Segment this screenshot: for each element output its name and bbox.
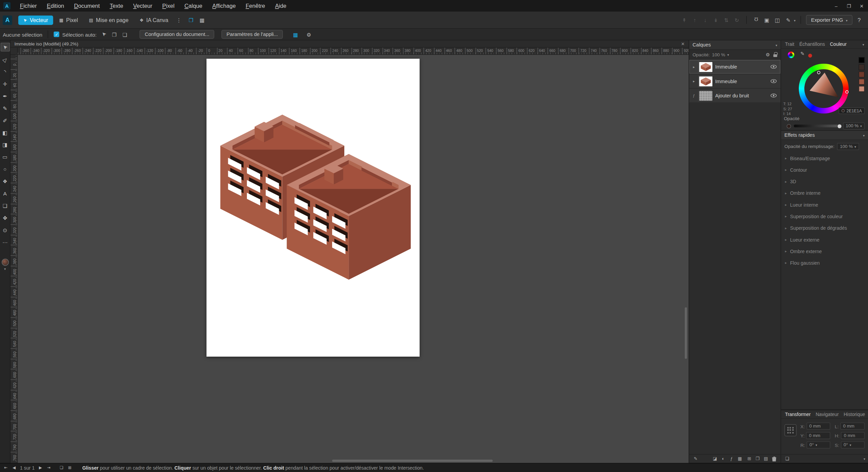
persona-ia-canva[interactable]: ❖IA Canva	[135, 15, 173, 25]
live-filter-icon[interactable]: ƒ	[728, 455, 735, 462]
color-swatch[interactable]	[859, 79, 865, 85]
artboard[interactable]	[207, 59, 420, 357]
layer-row[interactable]: ƒAjouter du bruit	[689, 89, 780, 103]
expand-chevron-icon[interactable]: ▸	[785, 237, 787, 242]
tab-trait[interactable]: Trait	[785, 41, 794, 47]
persona-vecteur[interactable]: ➤Vecteur	[18, 15, 53, 25]
vertical-scrollbar[interactable]	[685, 307, 687, 359]
blend-gear-icon[interactable]: ⚙	[765, 51, 771, 58]
color-swatch[interactable]	[859, 64, 865, 70]
vector-brush-tool[interactable]: ✐	[0, 116, 10, 125]
pages-panel-icon[interactable]: ❏	[58, 464, 65, 471]
next-page-icon[interactable]: ▶	[37, 464, 44, 471]
resources-icon[interactable]: ▦	[198, 16, 207, 24]
tab-echantillons[interactable]: Échantillons	[799, 41, 825, 47]
effects-panel-header[interactable]: Effets rapides ▾	[781, 131, 868, 140]
menu-fichier[interactable]: Fichier	[15, 0, 42, 12]
visibility-toggle-eye-icon[interactable]	[771, 94, 777, 97]
vertical-ruler[interactable]: 0204060801001201401601802002202402602803…	[11, 55, 18, 463]
add-layer-icon[interactable]: ⊞	[746, 455, 753, 462]
field-input[interactable]: 0 mm	[806, 432, 830, 439]
delete-layer-icon[interactable]	[771, 455, 778, 462]
adjustment-layer-icon[interactable]: ◐	[720, 455, 727, 462]
layers-panel-header[interactable]: Calques ▾	[689, 40, 780, 50]
effect-row[interactable]: ▸Lueur interne	[781, 199, 868, 210]
stylus-toggle[interactable]: ✎ ▾	[784, 16, 795, 24]
horizontal-ruler[interactable]: -360-340-320-300-280-260-240-220-200-180…	[18, 48, 689, 54]
hue-ring-marker[interactable]	[845, 90, 849, 94]
effect-row[interactable]: ▸Flou gaussien	[781, 257, 868, 268]
persona-pixel[interactable]: ▦Pixel	[54, 15, 83, 25]
color-opacity-value[interactable]: 100 %▾	[843, 122, 865, 130]
point-transform-tool[interactable]: ✛	[0, 79, 10, 88]
close-icon[interactable]: ✕	[855, 0, 868, 12]
isometric-buildings-artwork[interactable]	[207, 59, 420, 357]
color-wheel-mode-icon[interactable]	[788, 52, 794, 58]
document-tab[interactable]: Immeuble iso [Modifié] (49.2%)	[14, 41, 78, 46]
rectangle-tool[interactable]: ▭	[0, 152, 10, 161]
effect-row[interactable]: ▸3D	[781, 175, 868, 187]
settings-gear-icon[interactable]: ⚙	[304, 30, 313, 39]
auto-select-checkbox[interactable]: ✓	[54, 32, 59, 37]
visibility-toggle-eye-icon[interactable]	[771, 79, 777, 83]
fill-tool[interactable]: ◧	[0, 128, 10, 137]
first-page-icon[interactable]: ⇤	[2, 464, 9, 471]
layers-opacity-value[interactable]: 100 %	[712, 52, 725, 57]
cursor-icon[interactable]: ➤	[97, 28, 110, 41]
tab-transformer[interactable]: Transformer	[785, 412, 811, 417]
duplicate-icon[interactable]: ❐	[110, 30, 119, 39]
lock-icon[interactable]	[773, 54, 777, 57]
grid-icon[interactable]: ▦	[291, 30, 300, 39]
maximize-icon[interactable]: ❐	[843, 0, 855, 12]
pencil-tool[interactable]: ✎	[0, 103, 10, 112]
close-document-icon[interactable]: ✕	[681, 41, 685, 46]
expand-chevron-icon[interactable]: ▸	[785, 249, 787, 253]
menu-aide[interactable]: Aide	[270, 0, 291, 12]
field-input[interactable]: 0 mm	[807, 422, 830, 430]
fill-layer-icon[interactable]: ▦	[736, 455, 744, 462]
more-tools-icon[interactable]: ⋯	[0, 238, 10, 246]
layers-empty-area[interactable]	[689, 103, 780, 454]
zoom-tool[interactable]: ⊙	[0, 225, 10, 234]
triangle-marker[interactable]	[817, 71, 821, 74]
effect-row[interactable]: ▸Superposition de dégradés	[781, 222, 868, 233]
flip-icon[interactable]: ⇅	[722, 16, 731, 24]
effect-row[interactable]: ▸Lueur externe	[781, 234, 868, 245]
mask-layer-icon[interactable]: ◪	[711, 455, 718, 462]
visibility-toggle-eye-icon[interactable]	[771, 65, 777, 69]
panel-menu-icon[interactable]: ▾	[775, 43, 777, 46]
recent-color-dot[interactable]	[808, 54, 812, 57]
opacity-slider-knob[interactable]	[837, 124, 842, 129]
blend-options-icon[interactable]: ▤	[762, 455, 769, 462]
hex-field[interactable]: 2E1E1A	[839, 108, 865, 114]
menu-document[interactable]: Document	[69, 0, 105, 12]
tab-navigateur[interactable]: Navigateur	[816, 412, 839, 417]
persona-mise-en-page[interactable]: ▤Mise en page	[84, 15, 134, 25]
menu-texte[interactable]: Texte	[105, 0, 128, 12]
corner-tool[interactable]: ◝	[0, 67, 10, 76]
move-forward-icon[interactable]: ↑	[690, 16, 699, 24]
help-button[interactable]: ?	[855, 16, 864, 24]
field-input[interactable]: 0 mm	[841, 432, 865, 439]
expand-chevron-icon[interactable]: ▸	[785, 156, 787, 160]
color-swatch[interactable]	[859, 57, 865, 63]
snapping-icon[interactable]: Ω	[752, 16, 760, 24]
menu-calque[interactable]: Calque	[179, 0, 207, 12]
expand-chevron-icon[interactable]: ▸	[785, 261, 787, 265]
last-page-icon[interactable]: ⇥	[45, 464, 52, 471]
layer-thumbnail[interactable]	[699, 90, 713, 101]
move-backward-icon[interactable]: ↓	[701, 16, 710, 24]
menu-pixel[interactable]: Pixel	[157, 0, 179, 12]
presentation-icon[interactable]: ▣	[762, 16, 771, 24]
field-input[interactable]: 0 mm	[840, 422, 865, 430]
eyedropper-icon[interactable]: ✐	[799, 50, 806, 57]
app-settings-button[interactable]: Paramètres de l'appli...	[221, 30, 283, 39]
field-input[interactable]: 0°▾	[841, 441, 865, 449]
more-personas-icon[interactable]: ⋮	[174, 16, 183, 24]
menu-vecteur[interactable]: Vecteur	[128, 0, 157, 12]
current-colors-swatch[interactable]	[1, 259, 8, 266]
horizontal-scrollbar[interactable]	[332, 460, 493, 462]
effect-row[interactable]: ▸Biseau/Estampage	[781, 152, 868, 164]
panel-menu-icon[interactable]: ▾	[863, 133, 865, 137]
expand-chevron-icon[interactable]: ▸	[785, 191, 787, 195]
